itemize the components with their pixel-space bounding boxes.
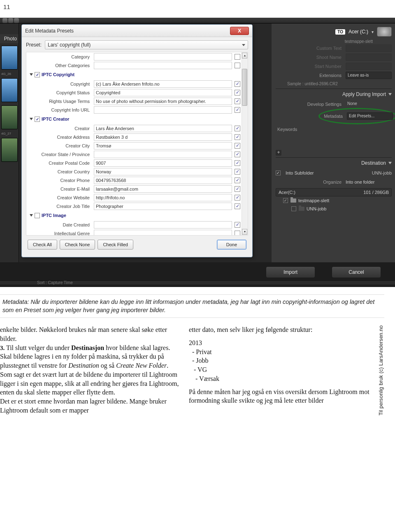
field-input[interactable]: Copyrighted	[94, 89, 232, 96]
metadata-field-row: Creator State / Province	[29, 150, 240, 159]
add-icon[interactable]: +	[276, 150, 281, 156]
field-checkbox[interactable]	[235, 222, 240, 228]
scrollbar[interactable]: ▴ ▾	[242, 52, 248, 235]
check-none-button[interactable]: Check None	[60, 240, 95, 250]
field-input[interactable]	[94, 221, 232, 229]
field-input[interactable]	[94, 53, 232, 61]
field-input[interactable]: Tromsø	[94, 142, 232, 149]
window-control[interactable]	[2, 18, 7, 23]
option-input[interactable]	[346, 63, 392, 70]
into-subfolder-value[interactable]: UNN-jobb	[372, 170, 392, 175]
destination-drive[interactable]: Acer (C:)	[349, 29, 368, 35]
field-checkbox[interactable]	[235, 126, 240, 131]
folder-icon	[299, 207, 304, 211]
folder-checkbox[interactable]	[291, 206, 296, 211]
preset-label: Preset:	[26, 42, 42, 48]
field-input[interactable]: Lars Åke Andersen	[94, 125, 232, 132]
preset-select[interactable]: Lars' copyright (full)	[45, 40, 248, 49]
metadata-field-row: Creator Phone004795763568	[29, 176, 240, 184]
field-input[interactable]: Photographer	[94, 203, 232, 210]
field-checkbox[interactable]	[235, 54, 240, 60]
metadata-field-row: Creator E-Maillarsaake@gmail.com	[29, 184, 240, 193]
section-checkbox[interactable]	[35, 117, 40, 122]
thumbnail[interactable]	[1, 105, 18, 129]
sample-filename: Sample : untitled-2696.CR2	[276, 80, 392, 89]
chevron-down-icon	[388, 93, 392, 96]
metadata-select[interactable]: Edit Presets...	[347, 112, 393, 120]
check-all-button[interactable]: Check All	[28, 240, 57, 250]
field-input[interactable]: 004795763568	[94, 177, 232, 184]
chevron-down-icon[interactable]: ▾	[372, 30, 374, 34]
field-checkbox[interactable]	[235, 81, 240, 87]
scroll-up-icon[interactable]: ▴	[242, 53, 247, 58]
field-checkbox[interactable]	[235, 107, 240, 113]
field-input[interactable]: http://frifoto.no	[94, 194, 232, 201]
thumbnail[interactable]	[1, 78, 18, 102]
field-checkbox[interactable]	[235, 186, 240, 192]
field-input[interactable]: larsaake@gmail.com	[94, 185, 232, 193]
chevron-down-icon	[30, 214, 33, 217]
field-input[interactable]: (c) Lars Åke Andersen frifoto.no	[94, 80, 232, 88]
section-checkbox[interactable]	[35, 213, 40, 218]
field-input[interactable]: No use of photo without permission from …	[94, 98, 232, 105]
field-input[interactable]	[94, 106, 232, 114]
metadata-field-row: Intellectual Genre	[29, 229, 240, 236]
section-header[interactable]: IPTC Image	[29, 210, 240, 220]
thumbnail[interactable]	[1, 138, 18, 162]
field-checkbox[interactable]	[235, 63, 240, 68]
into-subfolder-checkbox[interactable]	[276, 170, 281, 175]
destination-header[interactable]: Destination	[276, 157, 392, 168]
folder-name: testmappe-slett	[298, 198, 329, 203]
option-input[interactable]	[346, 44, 392, 52]
section-title: IPTC Creator	[42, 117, 69, 121]
scroll-thumb[interactable]	[242, 69, 247, 106]
volume-row[interactable]: Acer(C:)101 / 286GB	[276, 188, 392, 196]
left-filmstrip: Photo 4G_26 4G_27	[0, 23, 19, 262]
field-checkbox[interactable]	[235, 98, 240, 104]
extensions-select[interactable]: Leave as-is	[346, 72, 392, 79]
field-checkbox[interactable]	[235, 169, 240, 175]
field-input[interactable]	[94, 230, 232, 236]
section-header[interactable]: IPTC Creator	[29, 114, 240, 124]
folder-icon	[290, 198, 296, 203]
field-input[interactable]: Røstbakken 3 d	[94, 133, 232, 141]
folder-checkbox[interactable]	[283, 198, 288, 203]
field-checkbox[interactable]	[235, 160, 240, 166]
thumbnail[interactable]	[1, 46, 18, 70]
field-checkbox[interactable]	[235, 231, 240, 236]
field-checkbox[interactable]	[235, 195, 240, 201]
window-control[interactable]	[14, 18, 19, 23]
field-input[interactable]	[94, 151, 232, 158]
apply-during-import-header[interactable]: Apply During Import	[276, 89, 392, 100]
field-checkbox[interactable]	[235, 177, 240, 183]
organize-label: Organize	[276, 180, 346, 184]
develop-settings-value[interactable]: None	[346, 100, 392, 108]
field-checkbox[interactable]	[235, 152, 240, 157]
close-icon[interactable]: X	[230, 27, 249, 35]
field-checkbox[interactable]	[235, 143, 240, 149]
field-input[interactable]	[94, 62, 232, 69]
section-header[interactable]: IPTC Copyright	[29, 70, 240, 79]
window-control[interactable]	[8, 18, 13, 23]
folder-tree-row[interactable]: testmappe-slett	[276, 196, 392, 205]
metadata-field-row: Date Created	[29, 220, 240, 229]
field-checkbox[interactable]	[235, 90, 240, 96]
module-tab[interactable]: Photo	[0, 34, 19, 43]
section-checkbox[interactable]	[35, 72, 40, 77]
organize-value[interactable]: Into one folder	[346, 180, 392, 184]
field-input[interactable]: Norway	[94, 168, 232, 175]
import-button[interactable]: Import	[266, 266, 315, 278]
field-checkbox[interactable]	[235, 203, 240, 209]
scroll-down-icon[interactable]: ▾	[242, 229, 247, 235]
thumb-label: 4G_26	[0, 72, 19, 76]
cancel-button[interactable]: Cancel	[332, 266, 381, 278]
field-checkbox[interactable]	[235, 134, 240, 140]
rename-option-row: Custom Text	[276, 44, 392, 53]
field-input[interactable]: 9007	[94, 159, 232, 167]
screenshot-container: Photo 4G_26 4G_27 Edit Metadata Presets …	[0, 18, 395, 287]
folder-tree-row[interactable]: UNN-jobb	[276, 205, 392, 213]
edit-metadata-presets-dialog: Edit Metadata Presets X Preset: Lars' co…	[21, 24, 253, 257]
done-button[interactable]: Done	[217, 240, 246, 250]
check-filled-button[interactable]: Check Filled	[98, 240, 133, 250]
option-input[interactable]	[346, 54, 392, 61]
